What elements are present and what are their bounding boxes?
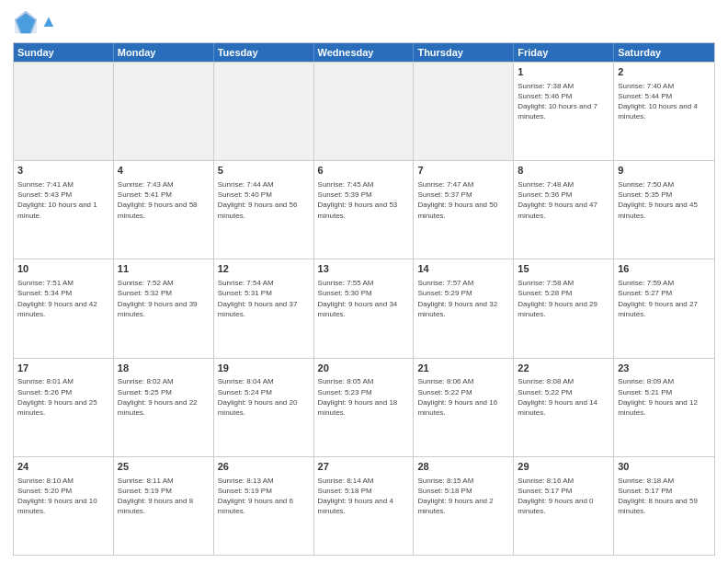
day-cell-10: 10Sunrise: 7:51 AM Sunset: 5:34 PM Dayli… [14,259,114,357]
empty-cell-0-4 [414,63,514,160]
day-info: Sunrise: 8:04 AM Sunset: 5:24 PM Dayligh… [218,376,310,418]
day-info: Sunrise: 7:50 AM Sunset: 5:35 PM Dayligh… [618,179,711,221]
calendar-row-5: 24Sunrise: 8:10 AM Sunset: 5:20 PM Dayli… [14,456,714,555]
day-number: 5 [218,164,310,178]
day-info: Sunrise: 8:02 AM Sunset: 5:25 PM Dayligh… [118,376,210,418]
weekday-header-saturday: Saturday [614,43,714,62]
logo-text: ▲ [40,13,57,31]
logo-icon [13,9,39,35]
day-info: Sunrise: 8:08 AM Sunset: 5:22 PM Dayligh… [518,376,609,418]
day-number: 27 [318,460,410,474]
day-number: 23 [618,362,711,375]
day-info: Sunrise: 8:09 AM Sunset: 5:21 PM Dayligh… [618,376,711,418]
empty-cell-0-3 [314,63,415,160]
day-info: Sunrise: 7:40 AM Sunset: 5:44 PM Dayligh… [618,81,711,122]
logo: ▲ [13,9,57,35]
day-number: 6 [318,164,410,178]
calendar-row-2: 3Sunrise: 7:41 AM Sunset: 5:43 PM Daylig… [14,160,714,259]
day-cell-3: 3Sunrise: 7:41 AM Sunset: 5:43 PM Daylig… [14,161,114,259]
day-info: Sunrise: 8:14 AM Sunset: 5:18 PM Dayligh… [318,476,410,517]
day-info: Sunrise: 8:11 AM Sunset: 5:19 PM Dayligh… [118,476,210,517]
day-number: 3 [17,164,109,178]
day-number: 17 [17,362,109,375]
day-cell-2: 2Sunrise: 7:40 AM Sunset: 5:44 PM Daylig… [614,63,714,160]
day-cell-16: 16Sunrise: 7:59 AM Sunset: 5:27 PM Dayli… [614,259,714,357]
day-cell-27: 27Sunrise: 8:14 AM Sunset: 5:18 PM Dayli… [314,457,415,555]
day-cell-26: 26Sunrise: 8:13 AM Sunset: 5:19 PM Dayli… [214,457,314,555]
day-number: 14 [417,262,509,276]
day-info: Sunrise: 8:06 AM Sunset: 5:22 PM Dayligh… [417,376,509,418]
day-info: Sunrise: 7:58 AM Sunset: 5:28 PM Dayligh… [518,278,609,319]
day-cell-19: 19Sunrise: 8:04 AM Sunset: 5:24 PM Dayli… [214,359,314,456]
day-cell-6: 6Sunrise: 7:45 AM Sunset: 5:39 PM Daylig… [314,161,415,259]
day-info: Sunrise: 8:10 AM Sunset: 5:20 PM Dayligh… [17,476,109,517]
day-cell-23: 23Sunrise: 8:09 AM Sunset: 5:21 PM Dayli… [614,359,714,456]
day-number: 21 [417,362,509,375]
logo-accent: ▲ [40,12,57,30]
day-info: Sunrise: 8:16 AM Sunset: 5:17 PM Dayligh… [518,476,609,517]
weekday-header-wednesday: Wednesday [314,43,415,62]
day-info: Sunrise: 7:59 AM Sunset: 5:27 PM Dayligh… [618,278,711,319]
calendar-body: 1Sunrise: 7:38 AM Sunset: 5:46 PM Daylig… [14,62,714,555]
day-cell-8: 8Sunrise: 7:48 AM Sunset: 5:36 PM Daylig… [514,161,614,259]
day-cell-30: 30Sunrise: 8:18 AM Sunset: 5:17 PM Dayli… [614,457,714,555]
day-number: 19 [218,362,310,375]
day-number: 1 [518,65,609,79]
day-number: 28 [417,460,509,474]
day-info: Sunrise: 7:57 AM Sunset: 5:29 PM Dayligh… [417,278,509,319]
day-number: 11 [118,262,210,276]
header: ▲ [13,9,715,35]
day-cell-11: 11Sunrise: 7:52 AM Sunset: 5:32 PM Dayli… [114,259,214,357]
weekday-header-friday: Friday [514,43,614,62]
day-info: Sunrise: 7:52 AM Sunset: 5:32 PM Dayligh… [118,278,210,319]
day-info: Sunrise: 7:48 AM Sunset: 5:36 PM Dayligh… [518,179,609,221]
day-number: 7 [417,164,509,178]
day-cell-7: 7Sunrise: 7:47 AM Sunset: 5:37 PM Daylig… [414,161,514,259]
day-number: 12 [218,262,310,276]
weekday-header-tuesday: Tuesday [214,43,314,62]
day-number: 30 [618,460,711,474]
day-number: 13 [318,262,410,276]
day-number: 2 [618,65,711,79]
day-cell-4: 4Sunrise: 7:43 AM Sunset: 5:41 PM Daylig… [114,161,214,259]
empty-cell-0-0 [14,63,114,160]
day-cell-28: 28Sunrise: 8:15 AM Sunset: 5:18 PM Dayli… [414,457,514,555]
day-info: Sunrise: 7:44 AM Sunset: 5:40 PM Dayligh… [218,179,310,221]
calendar: SundayMondayTuesdayWednesdayThursdayFrid… [13,42,715,556]
day-number: 25 [118,460,210,474]
day-cell-21: 21Sunrise: 8:06 AM Sunset: 5:22 PM Dayli… [414,359,514,456]
day-info: Sunrise: 7:38 AM Sunset: 5:46 PM Dayligh… [518,81,609,122]
day-info: Sunrise: 7:47 AM Sunset: 5:37 PM Dayligh… [417,179,509,221]
day-info: Sunrise: 8:18 AM Sunset: 5:17 PM Dayligh… [618,476,711,517]
day-cell-18: 18Sunrise: 8:02 AM Sunset: 5:25 PM Dayli… [114,359,214,456]
day-cell-12: 12Sunrise: 7:54 AM Sunset: 5:31 PM Dayli… [214,259,314,357]
day-number: 18 [118,362,210,375]
day-number: 9 [618,164,711,178]
day-info: Sunrise: 8:15 AM Sunset: 5:18 PM Dayligh… [417,476,509,517]
day-cell-5: 5Sunrise: 7:44 AM Sunset: 5:40 PM Daylig… [214,161,314,259]
day-info: Sunrise: 7:55 AM Sunset: 5:30 PM Dayligh… [318,278,410,319]
day-info: Sunrise: 7:43 AM Sunset: 5:41 PM Dayligh… [118,179,210,221]
day-number: 16 [618,262,711,276]
day-info: Sunrise: 7:51 AM Sunset: 5:34 PM Dayligh… [17,278,109,319]
day-cell-25: 25Sunrise: 8:11 AM Sunset: 5:19 PM Dayli… [114,457,214,555]
day-cell-15: 15Sunrise: 7:58 AM Sunset: 5:28 PM Dayli… [514,259,614,357]
day-number: 22 [518,362,609,375]
day-info: Sunrise: 7:45 AM Sunset: 5:39 PM Dayligh… [318,179,410,221]
day-cell-22: 22Sunrise: 8:08 AM Sunset: 5:22 PM Dayli… [514,359,614,456]
day-info: Sunrise: 8:05 AM Sunset: 5:23 PM Dayligh… [318,376,410,418]
day-info: Sunrise: 7:41 AM Sunset: 5:43 PM Dayligh… [17,179,109,221]
day-cell-9: 9Sunrise: 7:50 AM Sunset: 5:35 PM Daylig… [614,161,714,259]
day-cell-1: 1Sunrise: 7:38 AM Sunset: 5:46 PM Daylig… [514,63,614,160]
calendar-row-4: 17Sunrise: 8:01 AM Sunset: 5:26 PM Dayli… [14,358,714,456]
day-info: Sunrise: 7:54 AM Sunset: 5:31 PM Dayligh… [218,278,310,319]
calendar-row-3: 10Sunrise: 7:51 AM Sunset: 5:34 PM Dayli… [14,259,714,357]
day-number: 29 [518,460,609,474]
weekday-header-monday: Monday [114,43,214,62]
day-number: 24 [17,460,109,474]
day-info: Sunrise: 8:13 AM Sunset: 5:19 PM Dayligh… [218,476,310,517]
day-cell-29: 29Sunrise: 8:16 AM Sunset: 5:17 PM Dayli… [514,457,614,555]
weekday-header-sunday: Sunday [14,43,114,62]
day-info: Sunrise: 8:01 AM Sunset: 5:26 PM Dayligh… [17,376,109,418]
day-number: 26 [218,460,310,474]
